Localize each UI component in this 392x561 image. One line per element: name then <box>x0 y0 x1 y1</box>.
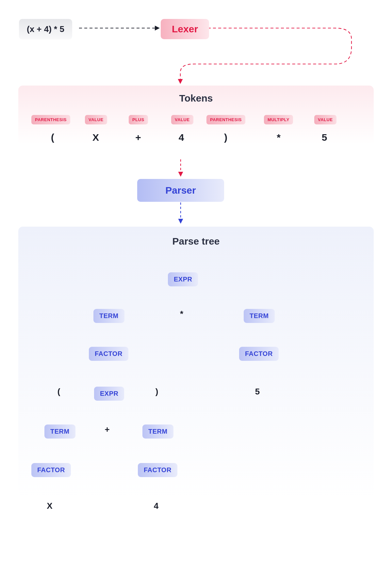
tree-leaf-plus: + <box>103 425 111 435</box>
parser-stage: Parser <box>137 179 224 202</box>
parse-tree-panel: Parse tree <box>18 227 374 530</box>
tokens-title: Tokens <box>18 93 374 104</box>
source-expression-text: (x + 4) * 5 <box>27 24 64 34</box>
token-value-6: 5 <box>319 132 329 143</box>
token-type-1: VALUE <box>85 115 107 124</box>
parser-label: Parser <box>165 185 196 196</box>
tree-leaf-star: * <box>178 309 186 319</box>
tree-node-expr-root: EXPR <box>168 272 198 286</box>
tree-node-factor-left: FACTOR <box>89 347 128 361</box>
tree-leaf-four: 4 <box>152 501 160 511</box>
token-value-5: * <box>274 132 284 143</box>
token-value-2: + <box>133 132 143 143</box>
source-expression: (x + 4) * 5 <box>19 19 72 40</box>
tree-node-factor-inner-left: FACTOR <box>31 463 71 477</box>
token-value-1: X <box>91 132 101 143</box>
tree-leaf-rparen: ) <box>153 387 161 397</box>
lexer-stage: Lexer <box>161 19 209 39</box>
tree-node-factor-inner-right: FACTOR <box>138 463 177 477</box>
parse-tree-title: Parse tree <box>18 236 374 247</box>
token-value-4: ) <box>221 132 231 143</box>
token-type-4: PARENTHESIS <box>206 115 245 124</box>
tree-node-expr-inner: EXPR <box>94 387 124 401</box>
tree-node-factor-right: FACTOR <box>239 347 279 361</box>
token-type-6: VALUE <box>314 115 336 124</box>
tree-node-term-right: TERM <box>244 309 275 323</box>
tree-node-term-inner-left: TERM <box>44 425 75 439</box>
token-type-3: VALUE <box>171 115 193 124</box>
tree-leaf-lparen: ( <box>55 387 63 397</box>
token-value-3: 4 <box>176 132 186 143</box>
token-type-5: MULTIPLY <box>264 115 293 124</box>
tree-leaf-x: X <box>46 501 54 511</box>
lexer-label: Lexer <box>172 24 198 34</box>
tree-node-term-left: TERM <box>93 309 124 323</box>
tree-node-term-inner-right: TERM <box>142 425 173 439</box>
token-value-0: ( <box>48 132 57 143</box>
token-type-2: PLUS <box>129 115 148 124</box>
tree-leaf-five: 5 <box>253 387 261 397</box>
token-type-0: PARENTHESIS <box>31 115 70 124</box>
